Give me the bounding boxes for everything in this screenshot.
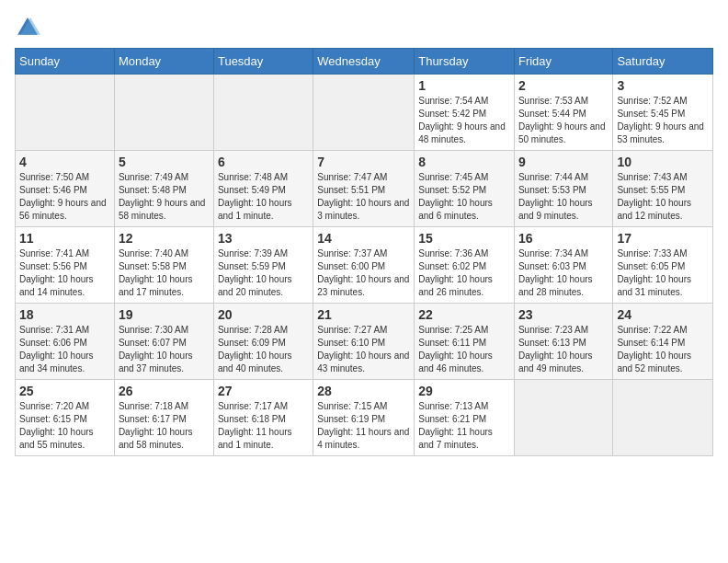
calendar-cell: 20Sunrise: 7:28 AMSunset: 6:09 PMDayligh… [213, 304, 313, 380]
day-info: Sunrise: 7:47 AMSunset: 5:51 PMDaylight:… [317, 171, 410, 223]
day-info: Sunrise: 7:18 AMSunset: 6:17 PMDaylight:… [119, 400, 210, 452]
calendar-cell [313, 75, 415, 151]
calendar-cell: 24Sunrise: 7:22 AMSunset: 6:14 PMDayligh… [613, 304, 713, 380]
calendar-cell: 7Sunrise: 7:47 AMSunset: 5:51 PMDaylight… [313, 151, 415, 227]
calendar-cell: 15Sunrise: 7:36 AMSunset: 6:02 PMDayligh… [415, 227, 515, 304]
day-info: Sunrise: 7:54 AMSunset: 5:42 PMDaylight:… [418, 95, 510, 146]
day-number: 6 [218, 155, 309, 169]
day-number: 2 [518, 78, 609, 93]
day-number: 27 [218, 384, 309, 398]
day-info: Sunrise: 7:50 AMSunset: 5:46 PMDaylight:… [19, 171, 110, 223]
calendar-cell: 1Sunrise: 7:54 AMSunset: 5:42 PMDaylight… [415, 75, 515, 151]
day-info: Sunrise: 7:28 AMSunset: 6:09 PMDaylight:… [218, 324, 309, 375]
day-number: 5 [119, 155, 210, 169]
day-number: 26 [119, 384, 210, 398]
day-number: 10 [617, 155, 709, 169]
day-number: 24 [617, 307, 709, 322]
logo-icon [15, 15, 40, 40]
calendar-week-3: 11Sunrise: 7:41 AMSunset: 5:56 PMDayligh… [16, 227, 713, 304]
calendar-cell: 13Sunrise: 7:39 AMSunset: 5:59 PMDayligh… [213, 227, 313, 304]
day-number: 13 [218, 231, 309, 246]
calendar-cell: 14Sunrise: 7:37 AMSunset: 6:00 PMDayligh… [313, 227, 415, 304]
day-info: Sunrise: 7:48 AMSunset: 5:49 PMDaylight:… [218, 171, 309, 223]
day-info: Sunrise: 7:13 AMSunset: 6:21 PMDaylight:… [418, 400, 510, 452]
calendar-cell: 23Sunrise: 7:23 AMSunset: 6:13 PMDayligh… [514, 304, 612, 380]
calendar-cell: 21Sunrise: 7:27 AMSunset: 6:10 PMDayligh… [313, 304, 415, 380]
calendar-cell: 6Sunrise: 7:48 AMSunset: 5:49 PMDaylight… [213, 151, 313, 227]
weekday-header-sunday: Sunday [16, 49, 115, 75]
calendar-cell: 8Sunrise: 7:45 AMSunset: 5:52 PMDaylight… [415, 151, 515, 227]
day-number: 7 [317, 155, 410, 169]
day-info: Sunrise: 7:30 AMSunset: 6:07 PMDaylight:… [119, 324, 210, 375]
day-number: 15 [418, 231, 510, 246]
calendar-cell: 29Sunrise: 7:13 AMSunset: 6:21 PMDayligh… [415, 380, 515, 456]
day-info: Sunrise: 7:44 AMSunset: 5:53 PMDaylight:… [518, 171, 609, 223]
weekday-header-tuesday: Tuesday [213, 49, 313, 75]
day-info: Sunrise: 7:36 AMSunset: 6:02 PMDaylight:… [418, 247, 510, 299]
day-number: 11 [19, 231, 110, 246]
day-number: 3 [617, 78, 709, 93]
calendar-cell: 28Sunrise: 7:15 AMSunset: 6:19 PMDayligh… [313, 380, 415, 456]
calendar-week-5: 25Sunrise: 7:20 AMSunset: 6:15 PMDayligh… [16, 380, 713, 456]
day-info: Sunrise: 7:34 AMSunset: 6:03 PMDaylight:… [518, 247, 609, 299]
day-number: 28 [317, 384, 410, 398]
day-info: Sunrise: 7:23 AMSunset: 6:13 PMDaylight:… [518, 324, 609, 375]
weekday-header-saturday: Saturday [613, 49, 713, 75]
day-number: 25 [19, 384, 110, 398]
day-info: Sunrise: 7:17 AMSunset: 6:18 PMDaylight:… [218, 400, 309, 452]
calendar-cell: 2Sunrise: 7:53 AMSunset: 5:44 PMDaylight… [514, 75, 612, 151]
day-info: Sunrise: 7:43 AMSunset: 5:55 PMDaylight:… [617, 171, 709, 223]
day-number: 23 [518, 307, 609, 322]
day-number: 20 [218, 307, 309, 322]
day-number: 18 [19, 307, 110, 322]
calendar-week-4: 18Sunrise: 7:31 AMSunset: 6:06 PMDayligh… [16, 304, 713, 380]
calendar-cell: 27Sunrise: 7:17 AMSunset: 6:18 PMDayligh… [213, 380, 313, 456]
weekday-header-wednesday: Wednesday [313, 49, 415, 75]
day-info: Sunrise: 7:22 AMSunset: 6:14 PMDaylight:… [617, 324, 709, 375]
calendar-cell: 22Sunrise: 7:25 AMSunset: 6:11 PMDayligh… [415, 304, 515, 380]
day-number: 14 [317, 231, 410, 246]
calendar-cell: 3Sunrise: 7:52 AMSunset: 5:45 PMDaylight… [613, 75, 713, 151]
calendar-cell [613, 380, 713, 456]
calendar-cell [16, 75, 115, 151]
day-number: 4 [19, 155, 110, 169]
day-info: Sunrise: 7:39 AMSunset: 5:59 PMDaylight:… [218, 247, 309, 299]
calendar-cell: 10Sunrise: 7:43 AMSunset: 5:55 PMDayligh… [613, 151, 713, 227]
calendar-cell: 19Sunrise: 7:30 AMSunset: 6:07 PMDayligh… [114, 304, 213, 380]
calendar-cell: 17Sunrise: 7:33 AMSunset: 6:05 PMDayligh… [613, 227, 713, 304]
calendar-cell: 11Sunrise: 7:41 AMSunset: 5:56 PMDayligh… [16, 227, 115, 304]
weekday-header-monday: Monday [114, 49, 213, 75]
day-number: 1 [418, 78, 510, 93]
day-info: Sunrise: 7:15 AMSunset: 6:19 PMDaylight:… [317, 400, 410, 452]
day-number: 9 [518, 155, 609, 169]
calendar-week-1: 1Sunrise: 7:54 AMSunset: 5:42 PMDaylight… [16, 75, 713, 151]
calendar-cell [514, 380, 612, 456]
day-info: Sunrise: 7:41 AMSunset: 5:56 PMDaylight:… [19, 247, 110, 299]
day-info: Sunrise: 7:53 AMSunset: 5:44 PMDaylight:… [518, 95, 609, 146]
day-number: 21 [317, 307, 410, 322]
weekday-header-thursday: Thursday [415, 49, 515, 75]
weekday-header-friday: Friday [514, 49, 612, 75]
calendar-cell: 26Sunrise: 7:18 AMSunset: 6:17 PMDayligh… [114, 380, 213, 456]
day-info: Sunrise: 7:27 AMSunset: 6:10 PMDaylight:… [317, 324, 410, 375]
day-number: 29 [418, 384, 510, 398]
day-info: Sunrise: 7:45 AMSunset: 5:52 PMDaylight:… [418, 171, 510, 223]
day-number: 17 [617, 231, 709, 246]
day-number: 12 [119, 231, 210, 246]
calendar-cell: 12Sunrise: 7:40 AMSunset: 5:58 PMDayligh… [114, 227, 213, 304]
calendar-week-2: 4Sunrise: 7:50 AMSunset: 5:46 PMDaylight… [16, 151, 713, 227]
calendar-cell: 18Sunrise: 7:31 AMSunset: 6:06 PMDayligh… [16, 304, 115, 380]
day-info: Sunrise: 7:25 AMSunset: 6:11 PMDaylight:… [418, 324, 510, 375]
calendar-cell: 9Sunrise: 7:44 AMSunset: 5:53 PMDaylight… [514, 151, 612, 227]
day-number: 8 [418, 155, 510, 169]
day-number: 19 [119, 307, 210, 322]
day-info: Sunrise: 7:49 AMSunset: 5:48 PMDaylight:… [119, 171, 210, 223]
day-info: Sunrise: 7:37 AMSunset: 6:00 PMDaylight:… [317, 247, 410, 299]
logo [15, 15, 44, 40]
day-info: Sunrise: 7:31 AMSunset: 6:06 PMDaylight:… [19, 324, 110, 375]
calendar-cell: 5Sunrise: 7:49 AMSunset: 5:48 PMDaylight… [114, 151, 213, 227]
day-info: Sunrise: 7:20 AMSunset: 6:15 PMDaylight:… [19, 400, 110, 452]
day-info: Sunrise: 7:40 AMSunset: 5:58 PMDaylight:… [119, 247, 210, 299]
calendar-cell: 4Sunrise: 7:50 AMSunset: 5:46 PMDaylight… [16, 151, 115, 227]
calendar-cell [213, 75, 313, 151]
